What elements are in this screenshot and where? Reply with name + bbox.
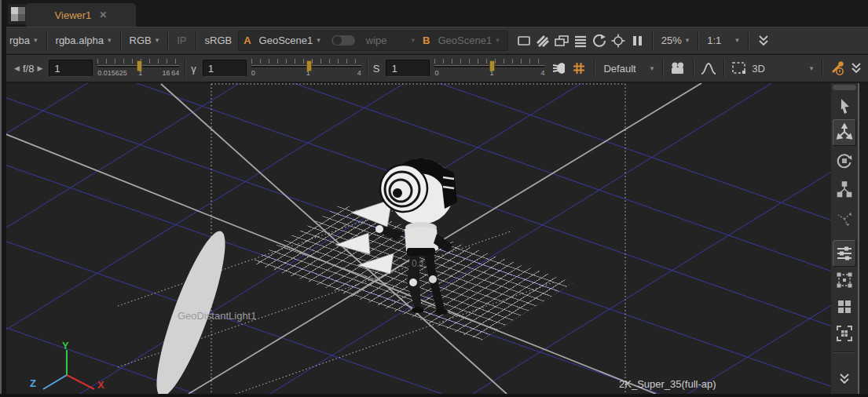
- tick-label: 4: [540, 70, 544, 77]
- axis-x-label: X: [97, 380, 104, 390]
- chevron-down-icon: ▾: [412, 37, 416, 44]
- lighting-mode-value: Default: [603, 63, 635, 75]
- zoom-level-value: 25%: [661, 35, 682, 46]
- tick-label: 16: [162, 70, 170, 77]
- input-a-value: GeoScene1: [259, 35, 313, 46]
- separator: [367, 60, 368, 77]
- horizontal-scrollbar-handle[interactable]: [833, 85, 856, 90]
- tool-sidebar: [831, 83, 858, 394]
- select-cursor-tool[interactable]: [834, 96, 855, 116]
- tick-label: 1: [489, 70, 493, 77]
- snap-tool[interactable]: [834, 209, 855, 229]
- next-view-icon[interactable]: ▶: [37, 64, 42, 72]
- separator: [662, 60, 663, 77]
- tick-label: 1: [138, 70, 142, 77]
- pivot-tool[interactable]: [834, 179, 855, 199]
- input-b-letter: B: [423, 35, 430, 46]
- lighting-mode-dropdown[interactable]: Default ▾: [600, 63, 657, 75]
- alpha-select-label: rgba.alpha: [56, 35, 104, 46]
- tab-viewer1[interactable]: Viewer1 ✕: [26, 3, 136, 27]
- light-cones: [335, 199, 394, 274]
- separator: [167, 32, 168, 49]
- refresh-icon[interactable]: [590, 31, 609, 50]
- alpha-select-dropdown[interactable]: rgba.alpha ▾: [53, 35, 115, 46]
- gamma-slider[interactable]: 0 1 4: [251, 58, 361, 78]
- viewport-3d[interactable]: GeoDistantLight1 0.1 2K_Super_35(full-ap…: [6, 83, 858, 394]
- separator: [196, 32, 196, 49]
- tab-label: Viewer1: [55, 9, 92, 21]
- chevron-down-icon: ▾: [34, 37, 38, 44]
- input-a-letter: A: [244, 35, 251, 46]
- saturation-slider[interactable]: 0 1 4: [434, 58, 544, 78]
- input-process-button[interactable]: IP: [174, 35, 189, 46]
- chevron-down-icon: ▾: [156, 37, 159, 44]
- view-mode-value: 3D: [752, 63, 765, 75]
- colorspace-button[interactable]: sRGB: [202, 35, 236, 46]
- viewer-toolbar-controls: ◀ f/8 ▶ 0.015625 1 16 64 γ 0 1 4 S: [6, 55, 868, 82]
- saturation-input[interactable]: [386, 60, 430, 77]
- collapse-toolbar-icon[interactable]: [754, 31, 773, 50]
- grid-overlay-icon[interactable]: [570, 59, 588, 78]
- full-frame-icon[interactable]: [515, 31, 533, 50]
- wipe-toggle[interactable]: [331, 35, 355, 46]
- fit-to-frame-tool[interactable]: [834, 323, 855, 344]
- color-sample-eyedropper-icon[interactable]: [828, 59, 847, 78]
- headlamp-icon[interactable]: [551, 59, 570, 78]
- separator: [698, 32, 698, 49]
- sidebar-divider: [833, 351, 855, 352]
- gamma-input[interactable]: [203, 60, 247, 77]
- tick-label: 64: [171, 70, 179, 77]
- input-process-label: IP: [177, 35, 186, 46]
- toggle-knob-icon: [333, 36, 342, 45]
- separator: [748, 32, 749, 49]
- grid-scale-label: 0.1: [412, 259, 425, 268]
- split-view-tool[interactable]: [834, 297, 855, 317]
- gain-input[interactable]: [49, 60, 93, 77]
- channel-select-label: RGB: [130, 35, 152, 46]
- fstop-label[interactable]: f/8: [20, 63, 37, 75]
- chevron-down-icon: ▾: [686, 37, 690, 44]
- gain-slider[interactable]: 0.015625 1 16 64: [97, 58, 179, 78]
- channel-select-dropdown[interactable]: RGB ▾: [126, 35, 163, 46]
- fstop-value: f/8: [23, 63, 34, 75]
- tab-close-icon[interactable]: ✕: [99, 9, 107, 20]
- checkerboard-icon[interactable]: [533, 31, 552, 50]
- axis-y-label: Y: [62, 341, 69, 351]
- wipe-mode-dropdown[interactable]: wipe ▾: [363, 35, 418, 46]
- chevron-down-icon: ▾: [108, 37, 112, 44]
- axis-z-label: Z: [30, 378, 36, 388]
- ab-compare-group: A GeoScene1 ▾ wipe ▾ B GeoScene1 ▾: [238, 31, 507, 51]
- translate-tool[interactable]: [833, 119, 856, 146]
- colorspace-label: sRGB: [205, 35, 233, 46]
- separator: [120, 32, 121, 49]
- zoom-level-dropdown[interactable]: 25% ▾: [658, 35, 693, 46]
- scanlines-icon[interactable]: [571, 31, 590, 50]
- camera-icon[interactable]: [668, 59, 687, 78]
- tick-label: 1: [306, 70, 310, 77]
- pause-icon[interactable]: [628, 31, 646, 50]
- prev-view-icon[interactable]: ◀: [14, 64, 20, 72]
- tick-label: 4: [357, 70, 361, 77]
- input-a-dropdown[interactable]: GeoScene1 ▾: [256, 35, 324, 46]
- input-b-value: GeoScene1: [438, 35, 492, 46]
- collapse-controls-icon[interactable]: [847, 59, 866, 78]
- window-left-border: [0, 0, 6, 397]
- wipe-mode-label: wipe: [366, 35, 387, 46]
- view-mode-dropdown[interactable]: 3D ▾: [749, 63, 816, 75]
- layer-select-dropdown[interactable]: rgba ▾: [6, 35, 41, 46]
- proxy-scale-dropdown[interactable]: 1:1 ▾: [704, 35, 742, 46]
- roi-target-icon[interactable]: [609, 31, 628, 50]
- separator: [822, 60, 822, 77]
- falloff-curve-icon[interactable]: [699, 59, 718, 78]
- separator: [652, 32, 653, 49]
- input-b-dropdown[interactable]: GeoScene1 ▾: [434, 35, 502, 46]
- collapse-sidebar-icon[interactable]: [834, 369, 855, 389]
- frame-selected-tool[interactable]: [834, 270, 855, 290]
- marquee-select-icon[interactable]: [730, 59, 749, 78]
- multi-slider-layout-tool[interactable]: [833, 240, 856, 267]
- chevron-down-icon: ▾: [650, 65, 654, 72]
- right-edge-scroll-track[interactable]: [858, 83, 868, 394]
- rotate-tool[interactable]: [834, 151, 855, 171]
- overlay-compare-icon[interactable]: [552, 31, 571, 50]
- saturation-label: S: [373, 63, 380, 75]
